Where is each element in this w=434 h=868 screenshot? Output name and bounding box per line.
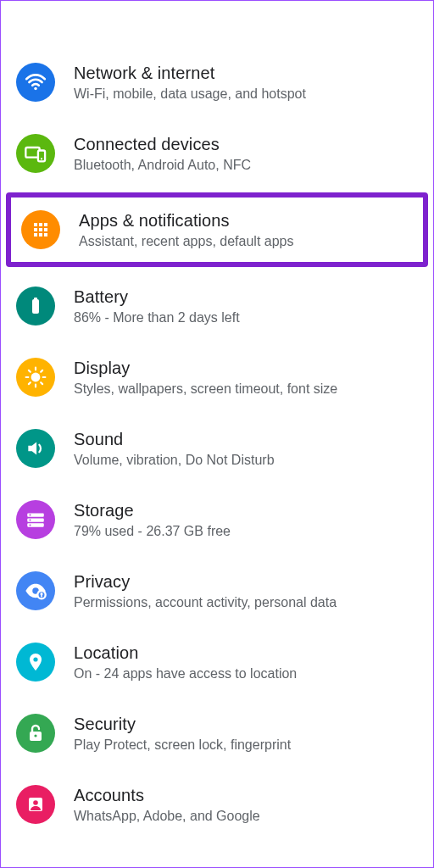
security-icon (16, 714, 55, 753)
privacy-icon (16, 571, 55, 610)
svg-rect-11 (39, 233, 42, 236)
accounts-icon (16, 785, 55, 824)
settings-item-location[interactable]: Location On - 24 apps have access to loc… (1, 626, 433, 698)
settings-item-privacy[interactable]: Privacy Permissions, account activity, p… (1, 555, 433, 626)
svg-point-28 (30, 520, 31, 521)
svg-point-0 (34, 87, 36, 90)
settings-item-texts: Storage 79% used - 26.37 GB free (74, 501, 231, 539)
settings-item-title: Display (74, 359, 337, 378)
svg-point-27 (30, 515, 31, 516)
settings-item-texts: Display Styles, wallpapers, screen timeo… (74, 359, 337, 397)
settings-item-texts: Privacy Permissions, account activity, p… (74, 572, 337, 610)
settings-item-subtitle: Assistant, recent apps, default apps (79, 234, 293, 249)
settings-item-title: Location (74, 643, 297, 663)
settings-screen: Network & internet Wi-Fi, mobile, data u… (0, 0, 434, 868)
settings-item-title: Connected devices (74, 135, 251, 154)
settings-list: Network & internet Wi-Fi, mobile, data u… (1, 47, 433, 840)
location-icon (16, 643, 55, 682)
display-icon (16, 358, 55, 397)
settings-item-accounts[interactable]: Accounts WhatsApp, Adobe, and Google (1, 769, 433, 840)
settings-item-title: Privacy (74, 572, 337, 592)
svg-point-15 (31, 373, 41, 382)
settings-item-sound[interactable]: Sound Volume, vibration, Do Not Disturb (1, 413, 433, 484)
settings-item-title: Sound (74, 430, 275, 449)
settings-item-connected[interactable]: Connected devices Bluetooth, Android Aut… (1, 118, 433, 189)
svg-rect-9 (44, 228, 47, 231)
settings-item-title: Battery (74, 287, 240, 307)
svg-rect-33 (41, 593, 43, 595)
settings-item-texts: Battery 86% - More than 2 days left (74, 287, 240, 326)
devices-icon (16, 134, 55, 173)
settings-item-subtitle: Wi-Fi, mobile, data usage, and hotspot (74, 86, 306, 102)
svg-rect-13 (32, 299, 39, 314)
svg-rect-34 (41, 595, 42, 598)
svg-line-21 (41, 382, 42, 384)
settings-item-texts: Connected devices Bluetooth, Android Aut… (74, 135, 251, 173)
svg-rect-8 (39, 228, 42, 231)
svg-point-35 (33, 657, 37, 661)
settings-item-subtitle: On - 24 apps have access to location (74, 666, 297, 682)
settings-item-network[interactable]: Network & internet Wi-Fi, mobile, data u… (1, 47, 433, 118)
settings-item-subtitle: Volume, vibration, Do Not Disturb (74, 453, 275, 468)
svg-rect-10 (34, 233, 37, 236)
settings-item-storage[interactable]: Storage 79% used - 26.37 GB free (1, 484, 433, 555)
settings-item-texts: Accounts WhatsApp, Adobe, and Google (74, 786, 260, 824)
settings-item-subtitle: Bluetooth, Android Auto, NFC (74, 158, 251, 173)
svg-point-3 (41, 158, 42, 159)
svg-point-37 (34, 734, 36, 737)
svg-rect-4 (34, 223, 37, 226)
svg-line-20 (29, 370, 31, 372)
settings-item-subtitle: 86% - More than 2 days left (74, 310, 240, 326)
svg-rect-7 (34, 228, 37, 231)
svg-line-23 (41, 370, 42, 372)
settings-item-texts: Apps & notifications Assistant, recent a… (79, 211, 293, 249)
svg-rect-6 (44, 223, 47, 226)
settings-item-title: Accounts (74, 786, 260, 805)
settings-item-display[interactable]: Display Styles, wallpapers, screen timeo… (1, 342, 433, 413)
settings-item-texts: Security Play Protect, screen lock, fing… (74, 715, 291, 753)
svg-point-39 (33, 800, 38, 805)
settings-item-texts: Network & internet Wi-Fi, mobile, data u… (74, 64, 306, 102)
apps-icon (21, 210, 60, 249)
settings-item-subtitle: WhatsApp, Adobe, and Google (74, 809, 260, 824)
settings-item-apps[interactable]: Apps & notifications Assistant, recent a… (6, 192, 428, 267)
settings-item-battery[interactable]: Battery 86% - More than 2 days left (1, 270, 433, 342)
svg-rect-5 (39, 223, 42, 226)
settings-item-title: Network & internet (74, 64, 306, 83)
settings-item-texts: Location On - 24 apps have access to loc… (74, 643, 297, 682)
settings-item-title: Apps & notifications (79, 211, 293, 231)
svg-rect-14 (34, 298, 37, 300)
sound-icon (16, 429, 55, 468)
settings-item-title: Security (74, 715, 291, 734)
storage-icon (16, 500, 55, 539)
wifi-icon (16, 63, 55, 102)
svg-rect-12 (44, 233, 47, 236)
settings-item-texts: Sound Volume, vibration, Do Not Disturb (74, 430, 275, 468)
settings-item-subtitle: Play Protect, screen lock, fingerprint (74, 737, 291, 753)
battery-icon (16, 287, 55, 326)
svg-point-29 (30, 525, 31, 526)
settings-item-security[interactable]: Security Play Protect, screen lock, fing… (1, 698, 433, 769)
settings-item-subtitle: Permissions, account activity, personal … (74, 595, 337, 610)
settings-item-subtitle: Styles, wallpapers, screen timeout, font… (74, 381, 337, 397)
settings-item-subtitle: 79% used - 26.37 GB free (74, 524, 231, 539)
settings-item-title: Storage (74, 501, 231, 520)
svg-line-22 (29, 382, 31, 384)
